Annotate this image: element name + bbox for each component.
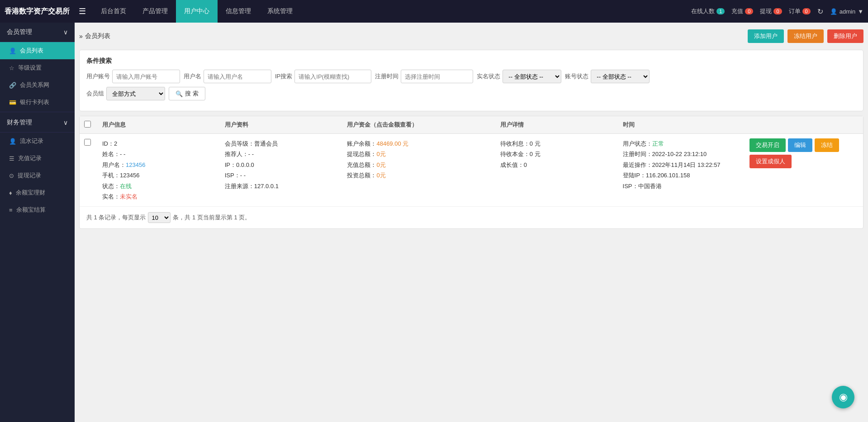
reg-source: 注册来源：127.0.0.1 bbox=[225, 181, 338, 191]
ip-input[interactable] bbox=[294, 70, 371, 83]
user-phone: 手机：123456 bbox=[102, 170, 216, 180]
table-row-content: ID：2 姓名：- - 用户名：123456 手机：123456 状态：在线 实… bbox=[80, 138, 863, 202]
row-actions: 交易开启 编辑 冻结 设置成假人 bbox=[745, 138, 859, 168]
withdraw-icon: ⊙ bbox=[9, 172, 14, 179]
real-status-field: 实名状态 -- 全部状态 -- bbox=[477, 70, 561, 83]
search-icon: 🔍 bbox=[175, 90, 183, 97]
row-checkbox[interactable] bbox=[84, 139, 91, 146]
sidebar-group-finance[interactable]: 财务管理 ∨ bbox=[0, 113, 75, 133]
select-all-checkbox[interactable] bbox=[84, 121, 91, 128]
real-status-select[interactable]: -- 全部状态 -- bbox=[503, 70, 561, 83]
member-group-field: 会员组 全部方式 bbox=[86, 87, 165, 100]
username-label: 用户名 bbox=[184, 72, 201, 81]
sidebar-item-withdraw-records[interactable]: ⊙ 提现记录 bbox=[0, 167, 75, 184]
account-status-select[interactable]: -- 全部状态 -- bbox=[591, 70, 650, 83]
nav-menu: 后台首页 产品管理 用户中心 信息管理 系统管理 bbox=[93, 0, 691, 23]
header-actions bbox=[740, 121, 863, 129]
search-title: 条件搜索 bbox=[86, 57, 856, 65]
deal-count: 成长值：0 bbox=[500, 160, 614, 170]
yuebao-icon: ♦ bbox=[9, 190, 12, 196]
withdraw-total: 提现总额：0元 bbox=[347, 149, 491, 159]
per-page-select[interactable]: 10 20 50 100 bbox=[148, 212, 171, 223]
sidebar-item-flow-records[interactable]: 👤 流水记录 bbox=[0, 133, 75, 150]
flow-icon: 👤 bbox=[9, 138, 16, 145]
breadcrumb: » 会员列表 添加用户 冻结用户 删除用户 bbox=[79, 27, 863, 45]
trade-open-button[interactable]: 交易开启 bbox=[749, 138, 786, 152]
real-status-label: 实名状态 bbox=[477, 72, 500, 81]
member-group-select[interactable]: 全部方式 bbox=[106, 87, 165, 100]
table-row: ID：2 姓名：- - 用户名：123456 手机：123456 状态：在线 实… bbox=[80, 134, 863, 207]
withdraw-stat: 提现 0 bbox=[760, 7, 782, 15]
chevron-icon: ∨ bbox=[63, 28, 68, 36]
time-cell: 用户状态：正常 注册时间：2022-10-22 23:12:10 最近操作：20… bbox=[618, 138, 741, 191]
header-time: 时间 bbox=[618, 121, 741, 129]
order-badge: 0 bbox=[802, 8, 811, 14]
set-fake-button[interactable]: 设置成假人 bbox=[749, 155, 792, 168]
username-input[interactable] bbox=[204, 70, 271, 83]
search-row-1: 用户账号 用户名 IP搜索 注册时间 实名状态 bbox=[86, 70, 856, 83]
pagination-info: 共 1 条记录，每页显示 10 20 50 100 条，共 1 页当前显示第 1… bbox=[80, 207, 863, 228]
sidebar-item-member-list[interactable]: 👤 会员列表 bbox=[0, 42, 75, 59]
freeze-user-button[interactable]: 冻结用户 bbox=[787, 29, 824, 43]
account-status-label: 账号状态 bbox=[565, 72, 588, 81]
sidebar-item-level-settings[interactable]: ☆ 等级设置 bbox=[0, 59, 75, 76]
star-icon: ☆ bbox=[9, 65, 14, 71]
user-real-name: 实名：未实名 bbox=[102, 191, 216, 202]
account-label: 用户账号 bbox=[86, 72, 110, 81]
sidebar-item-member-network[interactable]: 🔗 会员关系网 bbox=[0, 76, 75, 94]
nav-right-stats: 在线人数 1 充值 0 提现 0 订单 0 ↻ 👤 admin ▼ bbox=[691, 7, 863, 16]
sidebar-item-recharge-records[interactable]: ☰ 充值记录 bbox=[0, 150, 75, 167]
member-group-label: 会员组 bbox=[86, 90, 104, 98]
reg-time-input[interactable] bbox=[401, 70, 473, 83]
table-card: 用户信息 用户资料 用户资金（点击金额查看） 用户详情 时间 ID：2 姓名：-… bbox=[79, 116, 863, 229]
nav-item-info[interactable]: 信息管理 bbox=[218, 0, 259, 23]
user-id: ID：2 bbox=[102, 138, 216, 149]
sidebar-group-member[interactable]: 会员管理 ∨ bbox=[0, 23, 75, 42]
sidebar-item-yuebao-finance[interactable]: ♦ 余额宝理财 bbox=[0, 184, 75, 201]
sidebar-divider bbox=[0, 112, 75, 112]
refresh-icon[interactable]: ↻ bbox=[817, 7, 823, 16]
actions-cell: 交易开启 编辑 冻结 设置成假人 bbox=[740, 138, 863, 168]
breadcrumb-path: » 会员列表 bbox=[79, 32, 110, 40]
card-icon: 💳 bbox=[9, 99, 16, 106]
username-field: 用户名 bbox=[184, 70, 271, 83]
user-name: 姓名：- - bbox=[102, 149, 216, 159]
float-button[interactable]: ◉ bbox=[832, 386, 854, 408]
isp-name: ISP：中国香港 bbox=[623, 181, 736, 191]
freeze-button[interactable]: 冻结 bbox=[815, 138, 839, 152]
account-status-field: 账号状态 -- 全部状态 -- bbox=[565, 70, 650, 83]
settlement-icon: ≡ bbox=[9, 207, 13, 213]
account-input[interactable] bbox=[112, 70, 180, 83]
add-user-button[interactable]: 添加用户 bbox=[748, 29, 784, 43]
search-button[interactable]: 🔍 搜 索 bbox=[169, 87, 205, 100]
admin-icon: 👤 bbox=[830, 8, 837, 15]
chevron-down-icon: ▼ bbox=[858, 8, 863, 15]
breadcrumb-separator: » bbox=[79, 33, 83, 40]
user-info-cell: ID：2 姓名：- - 用户名：123456 手机：123456 状态：在线 实… bbox=[98, 138, 220, 202]
reg-time: 注册时间：2022-10-22 23:12:10 bbox=[623, 149, 736, 159]
ip-label: IP搜索 bbox=[275, 72, 292, 81]
admin-menu[interactable]: 👤 admin ▼ bbox=[830, 8, 863, 15]
user-icon: 👤 bbox=[9, 47, 16, 54]
delete-user-button[interactable]: 删除用户 bbox=[827, 29, 863, 43]
nav-item-users[interactable]: 用户中心 bbox=[176, 0, 218, 23]
menu-toggle-icon[interactable]: ☰ bbox=[79, 6, 86, 16]
nav-item-system[interactable]: 系统管理 bbox=[259, 0, 301, 23]
recharge-badge: 0 bbox=[745, 8, 753, 14]
chevron-icon-finance: ∨ bbox=[63, 119, 68, 126]
search-row-2: 会员组 全部方式 🔍 搜 索 bbox=[86, 87, 856, 100]
interest: 待收利息：0 元 bbox=[500, 138, 614, 149]
sidebar-item-bank-card[interactable]: 💳 银行卡列表 bbox=[0, 94, 75, 111]
user-status: 状态：在线 bbox=[102, 181, 216, 191]
nav-item-products[interactable]: 产品管理 bbox=[134, 0, 176, 23]
row-actions-top: 交易开启 编辑 冻结 bbox=[749, 138, 839, 152]
edit-button[interactable]: 编辑 bbox=[788, 138, 812, 152]
online-badge: 1 bbox=[716, 8, 725, 14]
invest-total: 投资总额：0元 bbox=[347, 170, 491, 180]
sidebar-item-yuebao-settlement[interactable]: ≡ 余额宝结算 bbox=[0, 201, 75, 218]
nav-item-dashboard[interactable]: 后台首页 bbox=[93, 0, 134, 23]
ip-info: IP：0.0.0.0 bbox=[225, 160, 338, 170]
float-button-icon: ◉ bbox=[839, 391, 848, 403]
account-field: 用户账号 bbox=[86, 70, 180, 83]
reg-time-field: 注册时间 bbox=[375, 70, 473, 83]
